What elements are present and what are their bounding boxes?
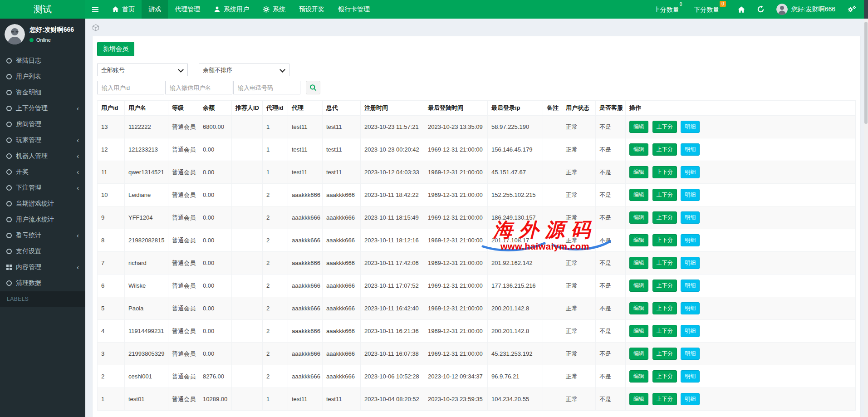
detail-button[interactable]: 明细 xyxy=(681,143,700,156)
refresh-icon-button[interactable] xyxy=(757,5,765,13)
add-member-button[interactable]: 新增会员 xyxy=(97,42,134,56)
updown-score-button[interactable]: 上下分 xyxy=(652,257,677,269)
sidebar-item[interactable]: 盈亏统计 ‹ xyxy=(0,227,85,243)
sidebar-item[interactable]: 资金明细 ‹ xyxy=(0,84,85,100)
sidebar-item[interactable]: 用户流水统计 ‹ xyxy=(0,211,85,227)
edit-button[interactable]: 编辑 xyxy=(629,234,648,246)
wechat-name-input[interactable] xyxy=(165,81,232,94)
sidebar-item[interactable]: 开奖 ‹ xyxy=(0,164,85,180)
user-menu[interactable]: 您好:发财啊666 xyxy=(776,4,835,15)
detail-button[interactable]: 明细 xyxy=(681,348,700,360)
phone-number-input[interactable] xyxy=(233,81,300,94)
table-header: 用户id 用户名 等级 余额 推荐人ID 代理id 代理 总代 注册时间 最后登… xyxy=(98,101,856,116)
updown-score-button[interactable]: 上下分 xyxy=(652,121,677,133)
updown-score-button[interactable]: 上下分 xyxy=(652,189,677,201)
scrollbar-top-segment xyxy=(864,0,868,19)
balance-sort-select[interactable]: 余额不排序 xyxy=(199,64,289,76)
gears-icon-button[interactable] xyxy=(847,5,856,13)
detail-button[interactable]: 明细 xyxy=(681,121,700,133)
nav-item-preset-draw[interactable]: 预设开奖 xyxy=(292,0,331,19)
detail-button[interactable]: 明细 xyxy=(681,211,700,224)
detail-button[interactable]: 明细 xyxy=(681,234,700,246)
detail-button[interactable]: 明细 xyxy=(681,325,700,337)
nav-item-system[interactable]: 系统 xyxy=(256,0,292,19)
navbar-right: 上分数量0 下分数量0 您好:发财啊666 xyxy=(654,0,868,19)
nav-item-bank-card[interactable]: 银行卡管理 xyxy=(331,0,377,19)
updown-score-button[interactable]: 上下分 xyxy=(652,143,677,156)
edit-button[interactable]: 编辑 xyxy=(629,257,648,269)
sidebar-item[interactable]: 登陆日志 ‹ xyxy=(0,53,85,69)
home-icon-button[interactable] xyxy=(738,6,745,13)
updown-score-button[interactable]: 上下分 xyxy=(652,234,677,246)
sidebar-item[interactable]: 用户列表 ‹ xyxy=(0,69,85,84)
updown-score-button[interactable]: 上下分 xyxy=(652,370,677,383)
nav-item-game[interactable]: 游戏 xyxy=(142,0,168,19)
edit-button[interactable]: 编辑 xyxy=(629,280,648,292)
cell-referrer-id xyxy=(232,138,263,161)
cell-balance: 0.00 xyxy=(199,297,232,320)
online-dot-icon xyxy=(29,38,34,42)
up-score-count-link[interactable]: 上分数量0 xyxy=(654,5,682,14)
cell-user-status: 正常 xyxy=(562,297,596,320)
detail-button[interactable]: 明细 xyxy=(681,302,700,314)
cell-user-id: 3 xyxy=(98,343,125,365)
updown-score-button[interactable]: 上下分 xyxy=(652,302,677,314)
chevron-left-icon: ‹ xyxy=(77,231,79,239)
cell-remark xyxy=(543,161,562,184)
updown-score-button[interactable]: 上下分 xyxy=(652,393,677,405)
detail-button[interactable]: 明细 xyxy=(681,370,700,383)
cell-general-agent: aaakkk666 xyxy=(323,229,361,252)
detail-button[interactable]: 明细 xyxy=(681,166,700,178)
updown-score-button[interactable]: 上下分 xyxy=(652,211,677,224)
detail-button[interactable]: 明细 xyxy=(681,189,700,201)
edit-button[interactable]: 编辑 xyxy=(629,325,648,337)
cell-last-login-ip: 96.9.76.21 xyxy=(488,365,543,388)
sidebar-item[interactable]: 内容管理 ‹ xyxy=(0,259,85,275)
edit-button[interactable]: 编辑 xyxy=(629,393,648,405)
cell-referrer-id xyxy=(232,161,263,184)
updown-score-button[interactable]: 上下分 xyxy=(652,325,677,337)
scrollbar-thumb[interactable] xyxy=(864,22,868,124)
updown-score-button[interactable]: 上下分 xyxy=(652,280,677,292)
account-filter-select[interactable]: 全部账号 xyxy=(97,64,188,76)
nav-item-home[interactable]: 首页 xyxy=(105,0,142,19)
edit-button[interactable]: 编辑 xyxy=(629,189,648,201)
detail-button[interactable]: 明细 xyxy=(681,257,700,269)
sidebar-toggle-button[interactable] xyxy=(85,0,105,19)
sidebar-item[interactable]: 清理数据 ‹ xyxy=(0,275,85,291)
nav-item-label: 银行卡管理 xyxy=(338,5,370,14)
sidebar-item[interactable]: 房间管理 ‹ xyxy=(0,116,85,132)
detail-button[interactable]: 明细 xyxy=(681,280,700,292)
cell-actions: 编辑 上下分 明细 xyxy=(626,252,856,275)
top-navbar: 测试 首页 游戏 代理管理 系统用户 系统 预设开奖 银行卡管理 xyxy=(0,0,868,19)
circle-icon xyxy=(6,249,12,254)
edit-button[interactable]: 编辑 xyxy=(629,211,648,224)
cell-actions: 编辑 上下分 明细 xyxy=(626,320,856,343)
edit-button[interactable]: 编辑 xyxy=(629,166,648,178)
col-referrer-id: 推荐人ID xyxy=(232,101,263,116)
cell-referrer-id xyxy=(232,184,263,206)
updown-score-button[interactable]: 上下分 xyxy=(652,166,677,178)
edit-button[interactable]: 编辑 xyxy=(629,143,648,156)
sidebar-item-label: 上下分管理 xyxy=(16,104,48,113)
down-score-count-link[interactable]: 下分数量0 xyxy=(694,5,726,14)
edit-button[interactable]: 编辑 xyxy=(629,121,648,133)
sidebar-item[interactable]: 支付设置 ‹ xyxy=(0,243,85,259)
sidebar-item[interactable]: 机器人管理 ‹ xyxy=(0,148,85,164)
nav-item-label: 游戏 xyxy=(148,5,161,14)
edit-button[interactable]: 编辑 xyxy=(629,370,648,383)
edit-button[interactable]: 编辑 xyxy=(629,348,648,360)
cell-general-agent: aaakkk666 xyxy=(323,297,361,320)
edit-button[interactable]: 编辑 xyxy=(629,302,648,314)
sidebar-item[interactable]: 上下分管理 ‹ xyxy=(0,100,85,116)
search-button[interactable] xyxy=(306,81,320,94)
sidebar-item[interactable]: 下注管理 ‹ xyxy=(0,180,85,196)
nav-item-system-user[interactable]: 系统用户 xyxy=(207,0,256,19)
updown-score-button[interactable]: 上下分 xyxy=(652,348,677,360)
nav-item-agent[interactable]: 代理管理 xyxy=(168,0,207,19)
sidebar-item[interactable]: 当期游戏统计 ‹ xyxy=(0,196,85,211)
detail-button[interactable]: 明细 xyxy=(681,393,700,405)
cell-referrer-id xyxy=(232,320,263,343)
user-id-input[interactable] xyxy=(97,81,164,94)
sidebar-item[interactable]: 玩家管理 ‹ xyxy=(0,132,85,148)
